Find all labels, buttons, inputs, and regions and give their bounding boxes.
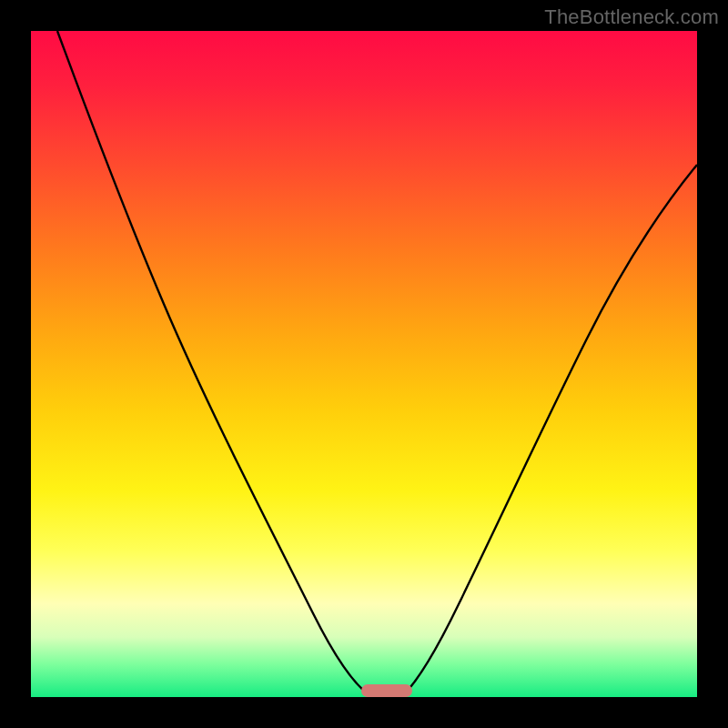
left-branch-path bbox=[57, 31, 372, 697]
chart-frame: TheBottleneck.com bbox=[0, 0, 728, 728]
chart-plot-area bbox=[31, 31, 697, 697]
right-branch-path bbox=[401, 165, 697, 697]
bottleneck-indicator bbox=[361, 684, 412, 697]
watermark-text: TheBottleneck.com bbox=[544, 5, 719, 29]
bottleneck-curve bbox=[31, 31, 697, 697]
